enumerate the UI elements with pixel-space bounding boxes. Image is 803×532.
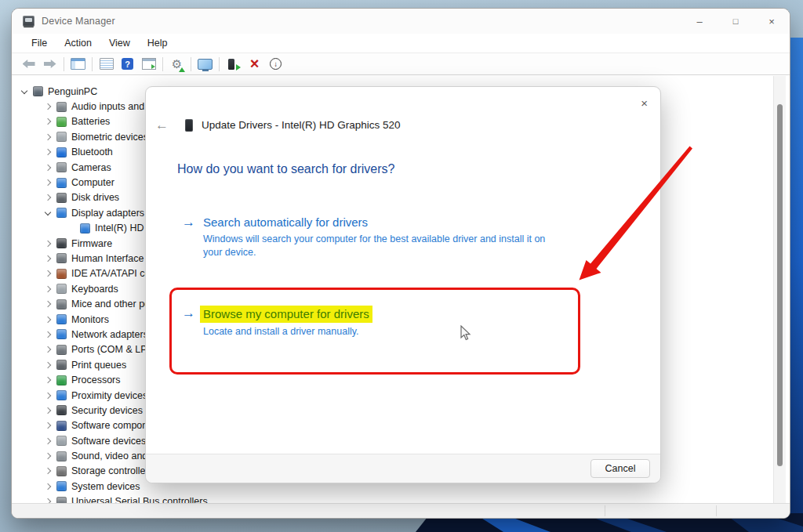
- tree-item-label: Network adapters: [71, 329, 148, 340]
- option-description: Windows will search your computer for th…: [203, 233, 565, 259]
- keyboard-icon: [56, 284, 67, 294]
- add-driver-icon[interactable]: [223, 55, 244, 74]
- tree-item-label: Display adapters: [71, 208, 144, 219]
- menu-item[interactable]: Help: [140, 35, 175, 51]
- processor-icon: [56, 375, 67, 385]
- tree-item-label: Software devices: [71, 436, 146, 447]
- dialog-header: ← Update Drivers - Intel(R) HD Graphics …: [155, 118, 401, 132]
- tree-item-label: Disk drives: [71, 192, 119, 203]
- option-title[interactable]: Search automatically for drivers: [203, 215, 368, 230]
- toolbar: ?⚙×↓: [12, 53, 790, 75]
- chevron-icon[interactable]: [42, 451, 54, 461]
- monitor-icon: [56, 178, 67, 188]
- computer-icon: [33, 86, 43, 96]
- chevron-icon[interactable]: [42, 192, 54, 203]
- update-driver-icon[interactable]: ⚙: [166, 55, 187, 74]
- menu-bar: FileActionViewHelp: [12, 34, 790, 53]
- security-device-icon: [56, 405, 67, 415]
- tree-item-label: Cameras: [71, 162, 111, 173]
- driver-option[interactable]: → Search automatically for drivers Windo…: [182, 215, 621, 259]
- forward-icon[interactable]: [39, 55, 60, 74]
- chevron-icon[interactable]: [42, 299, 54, 309]
- tree-item-label: Universal Serial Bus controllers: [71, 496, 208, 503]
- bluetooth-icon: [56, 147, 67, 157]
- tree-item-label: Software compone: [71, 420, 153, 431]
- chevron-icon[interactable]: [42, 481, 54, 492]
- system-device-icon: [56, 481, 67, 491]
- display-adapter-icon: [56, 208, 67, 218]
- chevron-icon[interactable]: [42, 208, 54, 219]
- printer-icon: [56, 360, 67, 370]
- dialog-close-icon[interactable]: ×: [641, 96, 648, 110]
- network-adapter-icon: [56, 329, 67, 339]
- chevron-icon[interactable]: [42, 496, 54, 503]
- chevron-icon[interactable]: [42, 253, 54, 264]
- annotation-highlight-box: [169, 288, 580, 375]
- help-icon[interactable]: ?: [117, 55, 138, 74]
- chevron-icon[interactable]: [42, 405, 54, 416]
- mouse-cursor: [460, 325, 471, 342]
- console-tree-icon[interactable]: [67, 55, 89, 74]
- title-bar: Device Manager – □ ×: [12, 9, 790, 34]
- tree-item-label: Sound, video and: [71, 451, 147, 461]
- tree-item-label: Print queues: [71, 360, 126, 371]
- chevron-icon[interactable]: [42, 436, 54, 447]
- disable-device-icon[interactable]: ↓: [265, 55, 286, 74]
- tree-item-label: Processors: [71, 375, 121, 385]
- proximity-device-icon: [56, 390, 67, 400]
- chevron-icon[interactable]: [42, 147, 54, 157]
- chevron-icon[interactable]: [42, 268, 54, 279]
- device-manager-icon: [23, 16, 35, 27]
- chevron-icon[interactable]: [42, 465, 54, 476]
- action-pane-icon[interactable]: [138, 55, 159, 74]
- tree-item[interactable]: Universal Serial Bus controllers: [12, 494, 790, 503]
- tree-item-label: Bluetooth: [71, 147, 113, 157]
- chevron-icon[interactable]: [42, 101, 54, 112]
- menu-item[interactable]: Action: [57, 35, 99, 51]
- chevron-icon[interactable]: [42, 132, 54, 143]
- chevron-icon[interactable]: [42, 177, 54, 188]
- chevron-icon[interactable]: [42, 420, 54, 431]
- chevron-icon[interactable]: [42, 162, 54, 173]
- uninstall-device-icon[interactable]: ×: [244, 55, 265, 74]
- chevron-icon[interactable]: [42, 329, 54, 340]
- chevron-icon[interactable]: [42, 344, 54, 355]
- sound-device-icon: [56, 451, 67, 461]
- monitor-icon: [56, 314, 67, 324]
- cancel-button[interactable]: Cancel: [590, 459, 650, 478]
- software-component-icon: [56, 421, 67, 431]
- tree-item-label: PenguinPC: [48, 86, 97, 97]
- minimize-button[interactable]: –: [681, 9, 718, 34]
- software-device-icon: [56, 436, 67, 446]
- chevron-icon[interactable]: [42, 360, 54, 371]
- chevron-icon[interactable]: [42, 284, 54, 295]
- audio-inputs-icon: [56, 102, 67, 112]
- chevron-icon[interactable]: [42, 390, 54, 401]
- tree-item-label: Security devices: [71, 405, 143, 416]
- mouse-icon: [56, 299, 67, 309]
- status-separator: [605, 505, 605, 516]
- tree-item-label: Batteries: [71, 116, 110, 127]
- scrollbar-thumb[interactable]: [777, 104, 783, 466]
- chevron-icon[interactable]: [42, 314, 54, 325]
- chevron-icon[interactable]: [19, 86, 31, 97]
- tree-item-label: Firmware: [71, 238, 112, 249]
- tree-item-label: Human Interface D: [71, 253, 154, 264]
- export-list-icon[interactable]: [96, 55, 117, 74]
- dialog-footer: Cancel: [146, 454, 660, 483]
- chevron-icon[interactable]: [42, 116, 54, 127]
- vertical-scrollbar[interactable]: [773, 76, 786, 503]
- close-button[interactable]: ×: [754, 9, 790, 34]
- chevron-icon[interactable]: [42, 238, 54, 249]
- camera-icon: [56, 162, 67, 172]
- scan-hardware-changes-icon[interactable]: [194, 55, 216, 74]
- back-arrow-icon[interactable]: ←: [155, 118, 169, 132]
- back-icon[interactable]: [18, 55, 39, 74]
- chevron-icon[interactable]: [42, 375, 54, 385]
- menu-item[interactable]: File: [24, 35, 54, 51]
- maximize-button[interactable]: □: [718, 9, 754, 34]
- tree-item-label: Ports (COM & LPT): [71, 344, 156, 355]
- chevron-icon[interactable]: [66, 223, 78, 233]
- menu-item[interactable]: View: [102, 35, 137, 51]
- ide-controller-icon: [56, 269, 67, 279]
